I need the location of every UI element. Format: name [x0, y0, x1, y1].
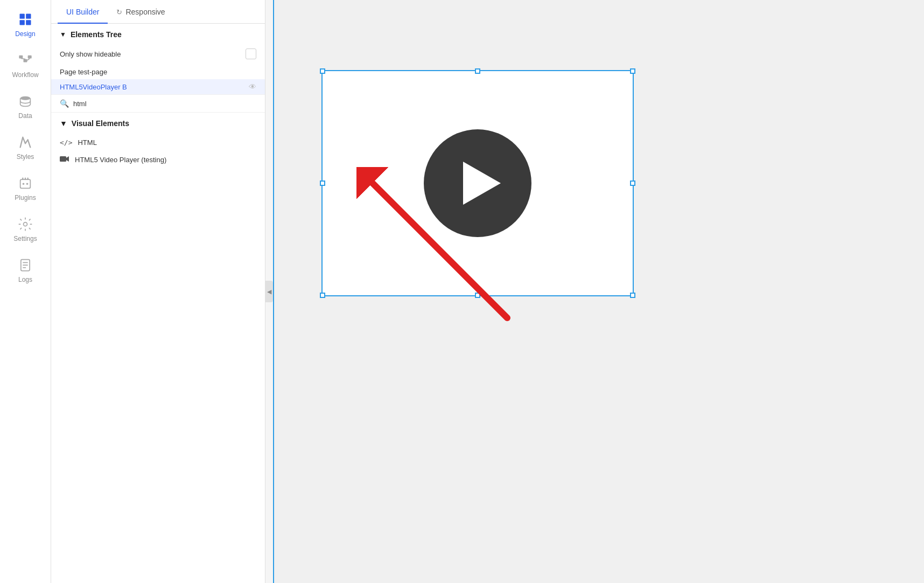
nav-item-settings[interactable]: Settings [0, 209, 51, 250]
visual-collapse-arrow-icon: ▼ [60, 119, 67, 128]
tab-ui-builder[interactable]: UI Builder [58, 0, 108, 24]
element-item-html-label: HTML [78, 138, 96, 147]
elements-tree-header: ▼ Elements Tree [51, 24, 265, 45]
nav-item-plugins[interactable]: Plugins [0, 168, 51, 209]
video-camera-icon [60, 155, 69, 164]
nav-label-design: Design [15, 30, 35, 38]
workflow-icon [18, 53, 33, 68]
nav-item-data[interactable]: Data [0, 86, 51, 127]
logs-icon [18, 258, 33, 273]
svg-point-12 [26, 183, 29, 185]
play-triangle-icon [463, 162, 501, 205]
svg-rect-4 [19, 55, 23, 59]
page-item[interactable]: Page test-page [51, 65, 265, 79]
svg-point-13 [24, 223, 27, 226]
tab-responsive[interactable]: ↻ Responsive [108, 0, 173, 24]
visual-elements-label: Visual Elements [72, 119, 129, 128]
svg-line-7 [21, 59, 25, 59]
design-icon [18, 12, 33, 27]
plugins-icon [18, 176, 33, 191]
eye-icon: 👁 [249, 82, 256, 91]
collapse-handle[interactable]: ◀ [265, 281, 273, 302]
left-nav: Design Workflow Data Styles [0, 0, 51, 583]
element-item-html5-video-label: HTML5 Video Player (testing) [75, 156, 166, 164]
hideable-toggle[interactable] [246, 48, 256, 59]
tree-item-label: HTML5VideoPlayer B [60, 83, 127, 91]
svg-rect-3 [26, 20, 31, 25]
svg-rect-5 [24, 59, 27, 63]
nav-label-logs: Logs [18, 276, 32, 283]
svg-rect-10 [20, 179, 31, 188]
tab-ui-builder-label: UI Builder [66, 8, 99, 16]
styles-icon [18, 135, 33, 150]
handle-bottom-right[interactable] [630, 293, 635, 298]
handle-middle-right[interactable] [630, 181, 635, 186]
handle-bottom-center[interactable] [475, 293, 480, 298]
svg-point-11 [23, 183, 25, 185]
svg-rect-18 [60, 156, 66, 162]
panel-sidebar: UI Builder ↻ Responsive ▼ Elements Tree … [51, 0, 265, 583]
element-item-html[interactable]: </> HTML [51, 134, 265, 151]
handle-top-left[interactable] [320, 68, 325, 74]
nav-label-settings: Settings [13, 235, 37, 242]
refresh-icon: ↻ [116, 8, 122, 16]
tab-bar: UI Builder ↻ Responsive [51, 0, 265, 24]
tree-item-selected[interactable]: HTML5VideoPlayer B 👁 [51, 79, 265, 94]
nav-item-workflow[interactable]: Workflow [0, 45, 51, 86]
canvas-left-border [273, 0, 274, 583]
tab-responsive-label: Responsive [125, 8, 165, 16]
play-circle [424, 129, 531, 237]
nav-label-styles: Styles [17, 153, 34, 161]
nav-label-data: Data [18, 112, 32, 120]
html-code-icon: </> [60, 138, 72, 147]
handle-bottom-left[interactable] [320, 293, 325, 298]
svg-point-9 [20, 96, 31, 100]
toggle-row: Only show hideable [51, 45, 265, 65]
collapse-arrow-icon: ▼ [60, 31, 66, 38]
search-row: 🔍 [51, 94, 265, 113]
svg-rect-6 [28, 55, 32, 59]
page-label: Page test-page [60, 68, 107, 76]
video-widget[interactable] [321, 70, 634, 296]
settings-icon [18, 217, 33, 232]
nav-item-design[interactable]: Design [0, 4, 51, 45]
nav-label-plugins: Plugins [15, 194, 36, 202]
toggle-label: Only show hideable [60, 50, 121, 58]
canvas-area [273, 0, 924, 583]
svg-rect-0 [20, 14, 25, 19]
svg-line-8 [27, 59, 30, 61]
svg-rect-1 [26, 14, 31, 19]
nav-item-logs[interactable]: Logs [0, 250, 51, 291]
search-input[interactable] [73, 100, 256, 108]
data-icon [18, 94, 33, 109]
handle-top-center[interactable] [475, 68, 480, 74]
nav-label-workflow: Workflow [12, 71, 38, 79]
visual-elements-header: ▼ Visual Elements [51, 113, 265, 134]
search-icon: 🔍 [60, 99, 69, 108]
elements-tree-label: Elements Tree [71, 30, 122, 39]
handle-middle-left[interactable] [320, 181, 325, 186]
svg-rect-2 [20, 20, 25, 25]
nav-item-styles[interactable]: Styles [0, 127, 51, 168]
handle-top-right[interactable] [630, 68, 635, 74]
element-item-html5-video[interactable]: HTML5 Video Player (testing) [51, 151, 265, 169]
